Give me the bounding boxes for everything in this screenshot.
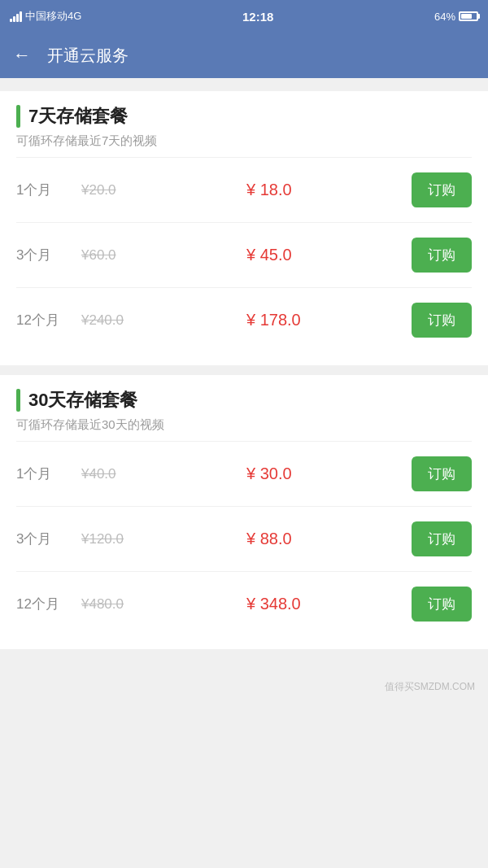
plan-current-price-1-0: ¥ 30.0 <box>246 465 412 483</box>
plan-original-price-1-0: ¥40.0 <box>81 466 246 482</box>
plan-current-price-0-2: ¥ 178.0 <box>246 311 412 329</box>
section-indicator <box>16 105 20 128</box>
plan-original-price-0-0: ¥20.0 <box>81 182 246 198</box>
section-title-0: 7天存储套餐 <box>28 104 128 129</box>
plan-original-price-1-1: ¥120.0 <box>81 531 246 547</box>
plan-duration-1-0: 1个月 <box>16 465 81 483</box>
status-bar: 中国移动4G 12:18 64% <box>0 0 488 33</box>
plan-row-0-0: 1个月¥20.0¥ 18.0订购 <box>16 157 472 222</box>
section-1: 30天存储套餐可循环存储最近30天的视频1个月¥40.0¥ 30.0订购3个月¥… <box>0 375 488 649</box>
status-right: 64% <box>434 11 478 23</box>
section-header-1: 30天存储套餐 <box>16 388 472 412</box>
plan-buy-button-1-0[interactable]: 订购 <box>412 456 472 491</box>
back-button[interactable]: ← <box>13 46 31 64</box>
plan-duration-1-1: 3个月 <box>16 530 81 548</box>
plan-row-0-1: 3个月¥60.0¥ 45.0订购 <box>16 222 472 287</box>
plan-buy-button-0-0[interactable]: 订购 <box>412 172 472 207</box>
plan-duration-0-0: 1个月 <box>16 181 81 199</box>
plan-buy-button-1-2[interactable]: 订购 <box>412 587 472 622</box>
status-left: 中国移动4G <box>10 9 81 24</box>
section-indicator <box>16 389 20 412</box>
content: 7天存储套餐可循环存储最近7天的视频1个月¥20.0¥ 18.0订购3个月¥60… <box>0 78 488 672</box>
plan-buy-button-0-1[interactable]: 订购 <box>412 238 472 273</box>
plan-row-1-1: 3个月¥120.0¥ 88.0订购 <box>16 506 472 571</box>
page-title: 开通云服务 <box>47 45 129 67</box>
plan-current-price-1-2: ¥ 348.0 <box>246 595 412 613</box>
header: ← 开通云服务 <box>0 33 488 78</box>
battery-icon <box>459 11 478 21</box>
section-desc-0: 可循环存储最近7天的视频 <box>16 133 472 149</box>
plan-buy-button-0-2[interactable]: 订购 <box>412 303 472 338</box>
plan-duration-0-2: 12个月 <box>16 311 81 329</box>
plan-row-0-2: 12个月¥240.0¥ 178.0订购 <box>16 287 472 352</box>
plan-row-1-2: 12个月¥480.0¥ 348.0订购 <box>16 571 472 636</box>
section-title-1: 30天存储套餐 <box>28 388 137 412</box>
time-label: 12:18 <box>242 10 273 24</box>
signal-icon <box>10 11 22 22</box>
plan-current-price-1-1: ¥ 88.0 <box>246 530 412 548</box>
plan-duration-1-2: 12个月 <box>16 595 81 613</box>
plan-current-price-0-0: ¥ 18.0 <box>246 181 412 199</box>
plan-original-price-1-2: ¥480.0 <box>81 596 246 613</box>
plan-row-1-0: 1个月¥40.0¥ 30.0订购 <box>16 441 472 506</box>
battery-percent: 64% <box>434 11 455 23</box>
carrier-label: 中国移动4G <box>25 9 81 24</box>
plan-current-price-0-1: ¥ 45.0 <box>246 246 412 264</box>
section-desc-1: 可循环存储最近30天的视频 <box>16 417 472 433</box>
plan-original-price-0-1: ¥60.0 <box>81 247 246 264</box>
section-0: 7天存储套餐可循环存储最近7天的视频1个月¥20.0¥ 18.0订购3个月¥60… <box>0 91 488 365</box>
plan-duration-0-1: 3个月 <box>16 246 81 264</box>
plan-buy-button-1-1[interactable]: 订购 <box>412 521 472 556</box>
watermark: 值得买SMZDM.COM <box>0 672 488 702</box>
section-header-0: 7天存储套餐 <box>16 104 472 129</box>
plan-original-price-0-2: ¥240.0 <box>81 312 246 329</box>
